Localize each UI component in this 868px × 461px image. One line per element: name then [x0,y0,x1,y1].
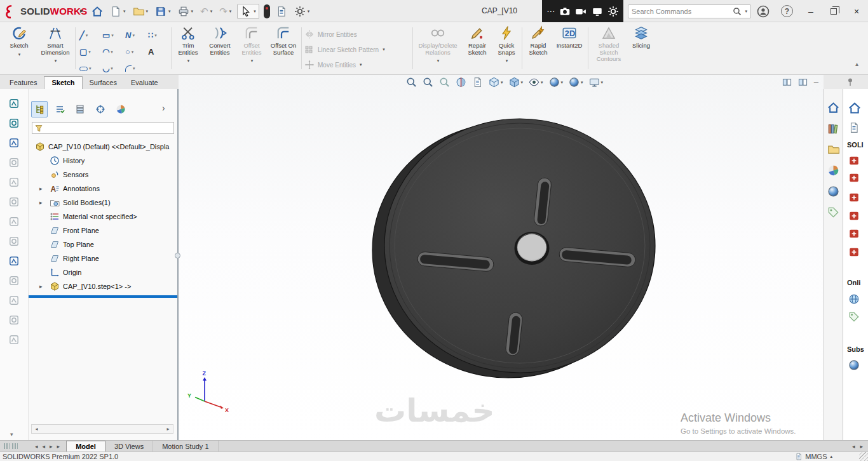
linear-sketch-pattern-button[interactable]: Linear Sketch Pattern ▾ [304,42,411,57]
taskpane-tab-file-explorer[interactable] [827,144,839,156]
apply-scene-button[interactable]: ▾ [569,77,583,88]
featuremanager-tab[interactable] [31,101,48,117]
tree-item-solid-bodies[interactable]: ▸ Solid Bodies(1) [29,196,179,210]
text-tool-button[interactable]: A [146,44,168,60]
splitter-grip-icon[interactable] [12,443,18,449]
last-tab-arrow-icon[interactable]: ▸ [56,443,62,450]
sketch-button[interactable]: Sketch ▾ [3,25,36,72]
select-tool-button[interactable]: ▾ [237,4,259,19]
window-resize-grip[interactable] [859,452,868,461]
tab-sketch[interactable]: Sketch [44,76,82,89]
scroll-right-arrow-icon[interactable]: ▸ [163,426,173,432]
search-icon[interactable] [733,7,742,16]
search-commands-box[interactable]: Search Commands ▾ [628,4,751,18]
instant2d-button[interactable]: Instant2D [553,25,585,72]
line-tool-button[interactable]: ╱▾ [77,27,100,44]
toolbar-overflow-chevron-icon[interactable]: ▾ [10,431,13,438]
edit-appearance-button[interactable]: ▾ [549,77,564,88]
tree-item-sensors[interactable]: Sensors [29,168,179,182]
tab-features[interactable]: Features [3,77,44,89]
next-tab-arrow-icon[interactable]: ▸ [48,443,54,450]
left-toolbar-button-3[interactable] [8,137,20,149]
move-entities-button[interactable]: Move Entities ▾ [304,57,411,72]
home-button[interactable] [90,4,104,18]
screen-capture-icon[interactable] [592,6,603,17]
taskpane-resource-icon-1[interactable] [848,155,860,166]
video-record-icon[interactable] [575,6,587,17]
rapid-sketch-button[interactable]: Rapid Sketch [524,25,552,72]
tree-item-front-plane[interactable]: Front Plane [29,224,179,237]
menu-expand-arrow-icon[interactable]: ▸ [80,7,83,14]
document-minimize-button[interactable]: – [814,77,818,87]
displaymanager-tab[interactable] [112,101,129,117]
redo-button[interactable]: ↷▾ [218,5,233,17]
convert-entities-button[interactable]: Convert Entities [204,25,236,72]
left-toolbar-button-1[interactable] [8,98,20,109]
tree-filter-input[interactable] [32,122,174,134]
restore-button[interactable] [822,0,845,22]
previous-view-button[interactable] [439,77,450,88]
mirror-entities-button[interactable]: Mirror Entities [304,27,411,42]
new-document-button[interactable]: ▾ [109,4,127,18]
dimxpertmanager-tab[interactable] [92,101,109,117]
sketch-pattern-tool-button[interactable]: ∷▾ [146,27,168,44]
taskpane-online-icon-1[interactable] [848,293,860,305]
recorder-settings-gear-icon[interactable] [607,6,619,17]
left-toolbar-button-5[interactable] [8,177,20,188]
undo-button[interactable]: ↶▾ [199,5,214,17]
taskpane-doc-icon[interactable] [848,122,860,133]
dynamic-annotation-button[interactable] [472,77,483,88]
splitter-grip-icon[interactable] [4,443,10,449]
taskpane-resource-icon-4[interactable] [848,210,860,222]
view-settings-button[interactable]: ▾ [589,77,604,88]
left-toolbar-button-10[interactable] [8,275,20,286]
panel-splitter-handle[interactable] [175,253,180,258]
options-button[interactable]: ▾ [293,4,311,18]
view-orientation-button[interactable]: ▾ [489,77,503,88]
left-toolbar-button-6[interactable] [8,196,20,208]
search-scope-caret-icon[interactable]: ▾ [745,9,747,14]
tree-item-annotations[interactable]: ▸ Annotations [29,182,179,196]
center-hole[interactable] [515,232,550,265]
hide-show-items-button[interactable]: ▾ [529,77,543,88]
taskpane-home-icon[interactable] [848,102,861,114]
minimize-button[interactable]: – [799,0,822,22]
open-button[interactable]: ▾ [132,4,150,18]
close-button[interactable]: × [845,0,868,22]
spline-tool-button[interactable]: N▾ [123,27,146,44]
expand-arrow-icon[interactable]: ▸ [39,199,43,206]
recorder-menu-icon[interactable]: ⋯ [546,6,555,16]
screenshot-camera-icon[interactable] [559,6,571,17]
left-toolbar-button-12[interactable] [8,314,20,326]
offset-on-surface-button[interactable]: Offset On Surface [268,25,299,72]
tree-item-imported-part[interactable]: ▸ CAP_[V10.step<1> -> [29,279,179,293]
3d-scene[interactable]: Z X Y [179,75,824,440]
rectangle-tool-button[interactable]: ▭▾ [100,27,123,44]
taskpane-pin-icon[interactable] [845,77,855,87]
split-pane-horizontal-icon[interactable] [782,77,792,87]
left-toolbar-button-13[interactable] [8,334,20,345]
tab-surfaces[interactable]: Surfaces [83,77,124,89]
tree-item-right-plane[interactable]: Right Plane [29,251,179,265]
tree-item-part-root[interactable]: CAP_[V10 (Default) <<Default>_Displa [29,140,179,154]
arc-tool-button[interactable]: ◠▾ [100,44,123,60]
smart-dimension-button[interactable]: Smart Dimension ▾ [37,25,74,72]
panel-overflow-arrow-icon[interactable]: › [162,103,165,113]
shaded-sketch-contours-button[interactable]: Shaded Sketch Contours [590,25,627,72]
display-style-button[interactable]: ▾ [509,77,524,88]
left-toolbar-button-4[interactable] [8,157,20,168]
taskpane-resource-icon-3[interactable] [848,192,860,203]
save-button[interactable]: ▾ [154,4,172,18]
taskpane-resource-icon-6[interactable] [848,246,860,258]
scrollbar-track[interactable] [41,425,163,433]
taskpane-resource-icon-2[interactable] [848,172,860,184]
previous-tab-arrow-icon[interactable]: ◂ [41,443,47,450]
expand-arrow-icon[interactable]: ▸ [39,283,43,290]
tab-3d-views[interactable]: 3D Views [105,441,153,451]
panel-horizontal-scrollbar[interactable]: ◂ ▸ [31,424,173,434]
taskpane-tab-resources[interactable] [827,102,839,114]
tree-item-material[interactable]: Material <not specified> [29,210,179,224]
document-properties-button[interactable] [275,4,288,18]
offset-entities-button[interactable]: Offset Entities ▾ [237,25,266,72]
tab-model[interactable]: Model [66,441,105,451]
